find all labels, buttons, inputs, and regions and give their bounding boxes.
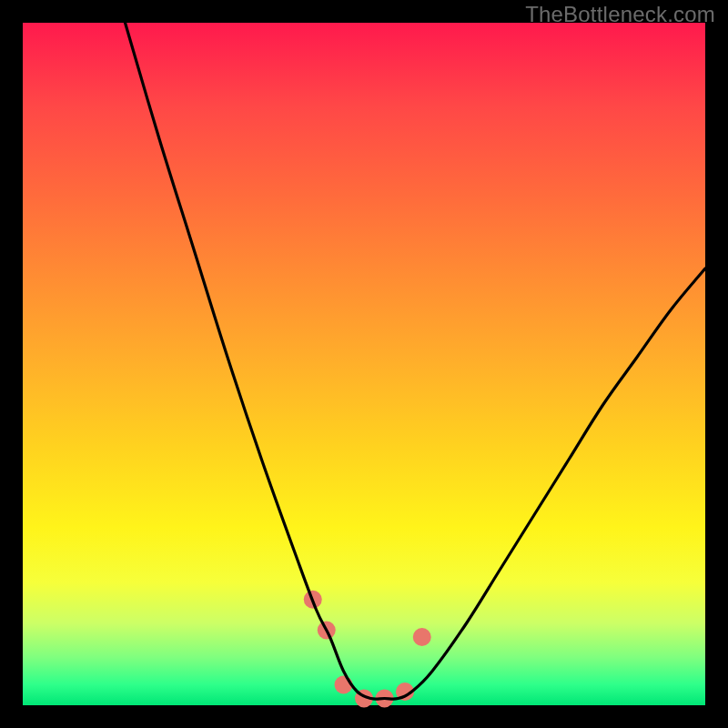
- chart-svg: [23, 23, 705, 705]
- chart-frame: TheBottleneck.com: [0, 0, 728, 728]
- chart-plot-area: [23, 23, 705, 705]
- chart-marker: [413, 628, 431, 646]
- bottleneck-curve: [126, 23, 706, 699]
